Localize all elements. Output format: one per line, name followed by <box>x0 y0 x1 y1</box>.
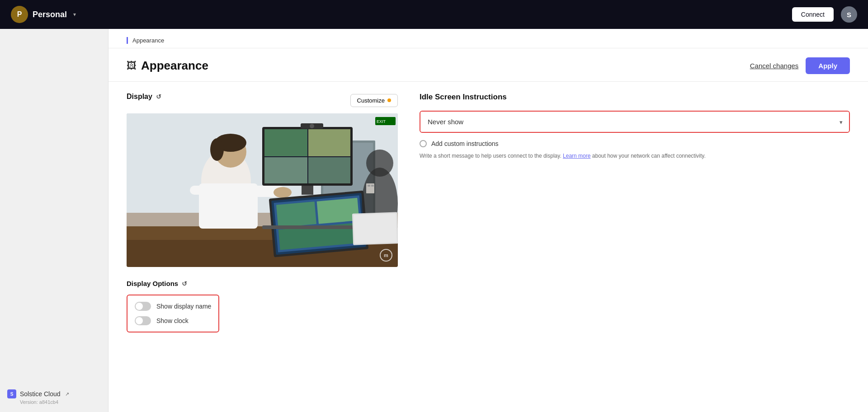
display-section-header: Display ↺ Customize <box>127 93 398 108</box>
show-clock-toggle[interactable] <box>135 316 151 325</box>
external-link-icon: ↗ <box>65 391 69 397</box>
svg-text:EXIT: EXIT <box>377 119 386 124</box>
workspace-name: Personal <box>33 10 67 19</box>
add-custom-label: Add custom instructions <box>431 140 499 147</box>
svg-rect-11 <box>308 129 350 156</box>
display-options-label: Display Options <box>127 280 178 287</box>
main-layout: S Solstice Cloud ↗ Version: a841cb4 Appe… <box>0 29 868 412</box>
apply-button[interactable]: Apply <box>806 57 850 74</box>
svg-rect-10 <box>264 129 307 156</box>
svg-rect-41 <box>371 185 374 187</box>
helper-text: Write a short message to help users conn… <box>420 152 850 160</box>
customize-label: Customize <box>357 97 385 104</box>
idle-screen-dropdown[interactable]: Never show Always show Show on idle <box>420 112 849 132</box>
page-title-group: 🖼 Appearance <box>127 59 208 73</box>
learn-more-link[interactable]: Learn more <box>563 153 590 159</box>
breadcrumb: Appearance <box>127 37 164 44</box>
add-custom-instructions-row: Add custom instructions <box>420 140 850 147</box>
helper-text-2: about how your network can affect connec… <box>592 153 706 159</box>
svg-rect-29 <box>276 201 316 227</box>
sidebar-item-solstice-cloud[interactable]: S Solstice Cloud ↗ <box>7 389 101 398</box>
svg-rect-16 <box>302 186 313 195</box>
svg-rect-40 <box>368 185 370 187</box>
display-refresh-icon[interactable]: ↺ <box>156 93 161 100</box>
right-column: Idle Screen Instructions Never show Alwa… <box>420 93 850 332</box>
nav-left: P Personal ▾ <box>11 6 76 23</box>
display-label: Display <box>127 93 152 101</box>
cancel-changes-button[interactable]: Cancel changes <box>750 62 799 70</box>
solstice-cloud-label: Solstice Cloud <box>20 390 61 398</box>
customize-dot-icon <box>387 98 391 102</box>
svg-point-24 <box>274 187 292 198</box>
svg-point-15 <box>310 124 314 128</box>
customize-button[interactable]: Customize <box>350 94 398 107</box>
top-navigation: P Personal ▾ Connect S <box>0 0 868 29</box>
dropdown-wrapper: Never show Always show Show on idle ▾ <box>420 112 849 132</box>
display-options-section: Display Options ↺ Show display name Show… <box>127 280 398 332</box>
left-column: Display ↺ Customize <box>127 93 398 332</box>
connect-button[interactable]: Connect <box>792 7 834 22</box>
show-display-name-toggle[interactable] <box>135 302 151 311</box>
svg-point-20 <box>210 138 224 161</box>
display-preview: EXIT m <box>127 113 398 267</box>
header-actions: Cancel changes Apply <box>750 57 850 74</box>
main-content: Appearance 🖼 Appearance Cancel changes A… <box>108 29 868 412</box>
idle-screen-title: Idle Screen Instructions <box>420 93 850 102</box>
idle-screen-dropdown-highlight: Never show Always show Show on idle ▾ <box>420 111 850 133</box>
workspace-chevron-icon[interactable]: ▾ <box>73 11 76 18</box>
svg-rect-13 <box>308 157 350 183</box>
svg-point-34 <box>366 150 393 177</box>
page-title: Appearance <box>141 59 208 73</box>
display-options-highlight-box: Show display name Show clock <box>127 295 219 332</box>
show-display-name-label: Show display name <box>156 303 211 310</box>
sidebar: S Solstice Cloud ↗ Version: a841cb4 <box>0 29 108 412</box>
page-header: 🖼 Appearance Cancel changes Apply <box>108 48 868 82</box>
sidebar-bottom: S Solstice Cloud ↗ Version: a841cb4 <box>0 389 108 405</box>
display-options-refresh-icon[interactable]: ↺ <box>182 280 187 287</box>
display-watermark: m <box>380 249 392 262</box>
display-section-title: Display ↺ <box>127 93 161 101</box>
helper-text-1: Write a short message to help users conn… <box>420 153 561 159</box>
svg-rect-32 <box>262 225 366 229</box>
show-clock-row: Show clock <box>135 316 211 325</box>
appearance-icon: 🖼 <box>127 60 137 72</box>
show-clock-label: Show clock <box>156 317 189 324</box>
svg-rect-36 <box>354 213 397 243</box>
display-options-title: Display Options ↺ <box>127 280 398 287</box>
content-body: Display ↺ Customize <box>108 82 868 343</box>
svg-rect-23 <box>190 186 208 195</box>
show-display-name-row: Show display name <box>135 302 211 311</box>
two-column-layout: Display ↺ Customize <box>127 93 850 332</box>
solstice-icon: S <box>7 389 16 398</box>
svg-rect-12 <box>264 157 307 183</box>
workspace-avatar: P <box>11 6 28 23</box>
version-label: Version: a841cb4 <box>7 399 101 405</box>
breadcrumb-bar: Appearance <box>108 29 868 48</box>
user-avatar[interactable]: S <box>841 6 857 23</box>
nav-right: Connect S <box>792 6 857 23</box>
add-custom-radio[interactable] <box>420 140 427 147</box>
